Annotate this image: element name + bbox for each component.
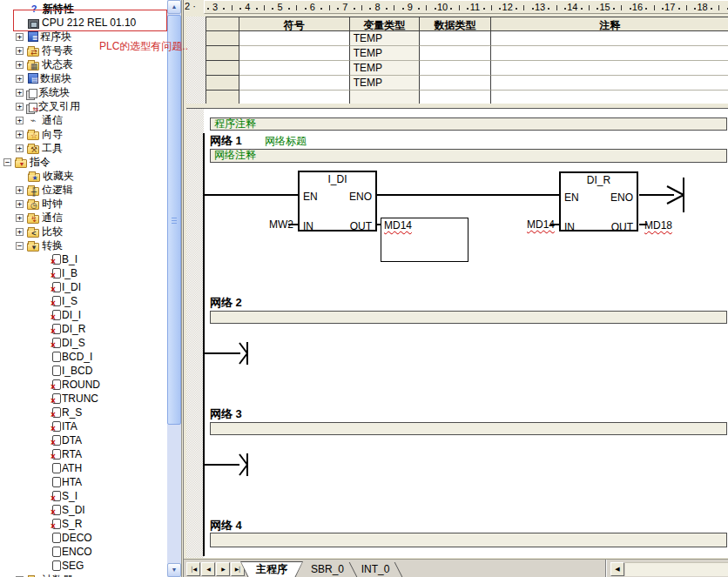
var-type-cell[interactable]: TEMP [350,76,420,91]
expander-icon[interactable]: + [16,228,24,236]
expander-icon[interactable]: + [16,186,24,194]
tree-item-转换[interactable]: −▾转换 [0,238,167,252]
var-type-cell[interactable]: TEMP [350,61,420,76]
expander-icon[interactable]: − [3,158,11,166]
network3-label[interactable]: 网络 3 [210,406,242,422]
symbol-cell[interactable] [239,61,350,76]
nav-first-icon[interactable]: │◀ [186,562,200,576]
tree-item-I_S[interactable]: ×I_S [0,294,167,308]
tree-item-SEG[interactable]: SEG [0,559,167,573]
scrollbar-thumb[interactable] [167,15,181,425]
network4-comment-box[interactable] [210,533,727,547]
operand-md14-in[interactable]: MD14 [518,218,555,231]
tree-item-时钟[interactable]: +◷时钟 [0,197,167,211]
tree-item-I_DI[interactable]: ×I_DI [0,280,167,294]
tree-scrollbar[interactable]: ▲ ▼ [167,0,182,577]
row-header-cell[interactable] [206,91,239,104]
tree-item-状态表[interactable]: +▦状态表 [0,57,167,71]
data-type-cell[interactable] [420,91,492,104]
tree-item-系统块[interactable]: +系统块 [0,85,167,99]
tree-item-工具[interactable]: +⚒工具 [0,141,167,155]
tree-item-DI_R[interactable]: ×DI_R [0,322,167,336]
tree-item-指令[interactable]: −▼指令 [0,155,167,169]
data-type-cell[interactable] [420,76,492,91]
nav-next-icon[interactable]: ▶ [216,562,230,576]
expander-icon[interactable]: + [16,214,24,222]
tree-item-I_BCD[interactable]: I_BCD [0,364,167,378]
tree-item-数据块[interactable]: +▤数据块 [0,71,167,85]
operand-md18[interactable]: MD18 [644,219,672,231]
operand-mw2[interactable]: MW2 [257,218,293,231]
expander-icon[interactable]: + [16,33,24,41]
symbol-cell[interactable] [239,91,350,104]
scroll-down-button[interactable]: ▼ [167,563,181,577]
tree-item-DI_I[interactable]: ×DI_I [0,308,167,322]
operand-selection-box[interactable]: MD14 [381,218,468,262]
tree-item-DECO[interactable]: DECO [0,531,167,545]
tree-item-ATH[interactable]: ATH [0,461,167,475]
expander-icon[interactable]: + [16,75,24,83]
tree-item-DTA[interactable]: ×DTA [0,433,167,447]
comment-cell[interactable] [491,61,728,76]
network1-comment-box[interactable]: 网络注释 [210,149,727,163]
var-type-cell[interactable]: TEMP [350,46,420,61]
expander-icon[interactable]: + [16,61,24,69]
tree-item-位逻辑[interactable]: +╫位逻辑 [0,183,167,197]
hscroll-track[interactable] [625,562,728,576]
nav-prev-icon[interactable]: ◀ [201,562,215,576]
network4-label[interactable]: 网络 4 [210,518,242,533]
expander-icon[interactable]: + [16,47,24,55]
network1-label[interactable]: 网络 1 [210,133,242,149]
tab-SBR_0[interactable]: SBR_0 [302,562,353,577]
symbol-cell[interactable] [239,31,350,46]
tree-item-通信[interactable]: +⌁通信 [0,113,167,127]
expander-icon[interactable]: + [16,117,24,124]
var-type-cell[interactable] [350,91,420,104]
tree-item-RTA[interactable]: ×RTA [0,447,167,461]
expander-icon[interactable]: + [16,103,24,111]
tree-item-计数器[interactable]: +计数器 [0,573,167,577]
network1-title[interactable]: 网络标题 [265,134,307,149]
scroll-up-button[interactable]: ▲ [167,0,181,14]
tree-item-收藏夹[interactable]: ★收藏夹 [0,169,167,183]
function-block-idi[interactable]: I_DI EN ENO IN OUT [298,171,377,231]
row-header-cell[interactable] [206,46,239,61]
network2-comment-box[interactable] [210,311,727,324]
expander-icon[interactable]: + [16,131,24,138]
tab-主程序[interactable]: 主程序 [241,562,302,577]
var-type-cell[interactable]: TEMP [350,31,420,46]
program-comment-box[interactable]: 程序注释 [210,117,727,131]
tree-item-向导[interactable]: +☆向导 [0,127,167,141]
tree-item-通信[interactable]: +↯通信 [0,211,167,225]
expander-icon[interactable]: + [16,200,24,208]
data-type-cell[interactable] [420,31,492,46]
row-header-cell[interactable] [206,76,239,91]
tree-item-BCD_I[interactable]: BCD_I [0,350,167,364]
tree-item-R_S[interactable]: ×R_S [0,406,167,419]
hscroll-left-button[interactable]: ◀ [610,562,624,576]
tree-item-S_R[interactable]: ×S_R [0,517,167,531]
tree-item-B_I[interactable]: ×B_I [0,252,167,266]
operand-md14-out[interactable]: MD14 [384,219,412,231]
tree-item-比较[interactable]: +<比较 [0,225,167,238]
tree-item-DI_S[interactable]: ×DI_S [0,336,167,350]
tree-item-交叉引用[interactable]: +⇆交叉引用 [0,99,167,113]
tree-item-S_I[interactable]: ×S_I [0,489,167,503]
tree-item-HTA[interactable]: HTA [0,475,167,489]
function-block-dir[interactable]: DI_R EN ENO IN OUT [559,171,638,231]
expander-icon[interactable]: + [16,89,24,97]
network3-comment-box[interactable] [210,422,727,435]
comment-cell[interactable] [491,76,728,91]
tree-item-I_B[interactable]: ×I_B [0,266,167,280]
row-header-cell[interactable] [206,61,239,76]
symbol-cell[interactable] [239,46,350,61]
expander-icon[interactable]: − [16,242,24,250]
comment-cell[interactable] [491,31,728,46]
tree-item-ENCO[interactable]: ENCO [0,545,167,559]
symbol-cell[interactable] [239,76,350,91]
comment-cell[interactable] [491,91,728,104]
tree-item-ITA[interactable]: ×ITA [0,419,167,433]
data-type-cell[interactable] [420,46,492,61]
tab-INT_0[interactable]: INT_0 [353,562,398,577]
row-header-cell[interactable] [206,31,239,46]
